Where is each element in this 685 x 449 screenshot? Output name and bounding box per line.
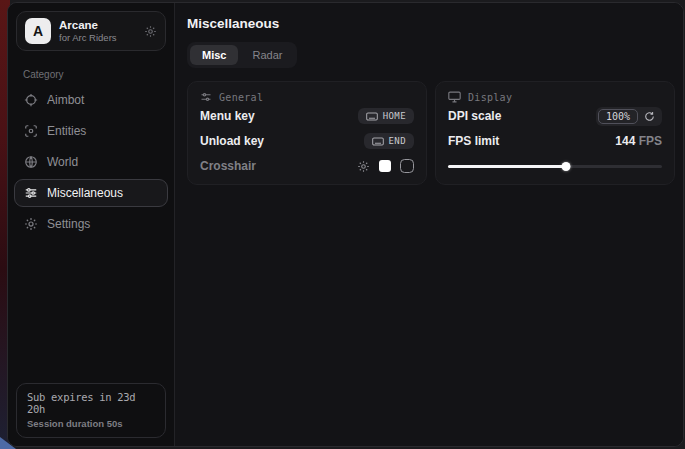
tab-bar: Misc Radar xyxy=(187,42,297,68)
crosshair-color-swatch[interactable] xyxy=(379,160,391,172)
session-duration-text: Session duration 50s xyxy=(27,418,155,429)
account-gear-icon[interactable] xyxy=(144,25,157,38)
cards-row: General Menu key HOME Unload key xyxy=(187,81,675,185)
dpi-reset-icon[interactable] xyxy=(644,111,655,122)
crosshair-settings-gear-icon[interactable] xyxy=(357,160,370,173)
app-logo: A xyxy=(25,18,51,44)
page-title: Miscellaneous xyxy=(187,16,675,31)
crosshair-row: Crosshair xyxy=(200,154,414,178)
keyboard-icon xyxy=(366,112,378,121)
sub-expires-text: Sub expires in 23d 20h xyxy=(27,391,155,415)
keyboard-icon xyxy=(372,137,384,146)
dpi-scale-label: DPI scale xyxy=(448,109,501,123)
sidebar-item-entities[interactable]: Entities xyxy=(14,117,168,145)
account-text: Arcane for Arc Riders xyxy=(59,18,117,44)
account-card[interactable]: A Arcane for Arc Riders xyxy=(16,11,166,51)
crosshair-icon xyxy=(24,93,38,107)
sidebar: A Arcane for Arc Riders Category xyxy=(8,3,175,446)
dpi-scale-control: 100% xyxy=(596,107,662,126)
general-card-title: General xyxy=(219,92,263,103)
sidebar-item-label: Entities xyxy=(47,124,86,138)
app-name: Arcane xyxy=(59,18,117,32)
sidebar-nav: Aimbot Entities World xyxy=(8,84,174,239)
entities-icon xyxy=(24,124,38,138)
sidebar-item-world[interactable]: World xyxy=(14,148,168,176)
fps-limit-row: FPS limit 144 FPS xyxy=(448,129,662,153)
fps-number: 144 xyxy=(615,134,635,148)
sidebar-item-label: Aimbot xyxy=(47,93,84,107)
unload-key-row: Unload key END xyxy=(200,129,414,153)
display-card: Display DPI scale 100% xyxy=(435,81,675,185)
menu-key-button[interactable]: HOME xyxy=(358,108,414,124)
sidebar-item-miscellaneous[interactable]: Miscellaneous xyxy=(14,179,168,207)
gear-icon xyxy=(24,217,38,231)
app-subtitle: for Arc Riders xyxy=(59,32,117,44)
sidebar-item-settings[interactable]: Settings xyxy=(14,210,168,238)
category-label: Category xyxy=(23,69,174,80)
subscription-info-box: Sub expires in 23d 20h Session duration … xyxy=(16,383,166,438)
sidebar-spacer xyxy=(8,239,174,375)
general-card-header: General xyxy=(200,91,414,103)
sidebar-item-label: Settings xyxy=(47,217,90,231)
fps-limit-value: 144 FPS xyxy=(615,134,662,148)
menu-key-label: Menu key xyxy=(200,109,255,123)
general-card: General Menu key HOME Unload key xyxy=(187,81,427,185)
menu-key-row: Menu key HOME xyxy=(200,104,414,128)
display-card-title: Display xyxy=(468,92,512,103)
sidebar-item-label: World xyxy=(47,155,78,169)
sliders-small-icon xyxy=(200,91,212,103)
sidebar-item-label: Miscellaneous xyxy=(47,186,123,200)
crosshair-controls xyxy=(357,159,414,173)
fps-slider[interactable] xyxy=(448,161,662,171)
unload-key-value: END xyxy=(389,136,406,146)
globe-icon xyxy=(24,155,38,169)
dpi-scale-value[interactable]: 100% xyxy=(598,109,638,124)
menu-key-value: HOME xyxy=(383,111,406,121)
fps-limit-label: FPS limit xyxy=(448,134,499,148)
main-panel: Miscellaneous Misc Radar General xyxy=(175,3,684,446)
tab-misc[interactable]: Misc xyxy=(190,45,238,65)
sidebar-item-aimbot[interactable]: Aimbot xyxy=(14,86,168,114)
fps-slider-fill xyxy=(448,165,566,168)
fps-slider-thumb[interactable] xyxy=(561,162,570,171)
app-window: A Arcane for Arc Riders Category xyxy=(7,2,684,447)
unload-key-label: Unload key xyxy=(200,134,264,148)
display-card-header: Display xyxy=(448,91,662,103)
unload-key-button[interactable]: END xyxy=(364,133,414,149)
sliders-icon xyxy=(24,186,38,200)
crosshair-label: Crosshair xyxy=(200,159,256,173)
fps-unit: FPS xyxy=(635,134,662,148)
dpi-scale-row: DPI scale 100% xyxy=(448,104,662,128)
crosshair-checkbox[interactable] xyxy=(400,159,414,173)
tab-radar[interactable]: Radar xyxy=(240,45,294,65)
monitor-icon xyxy=(448,91,461,103)
